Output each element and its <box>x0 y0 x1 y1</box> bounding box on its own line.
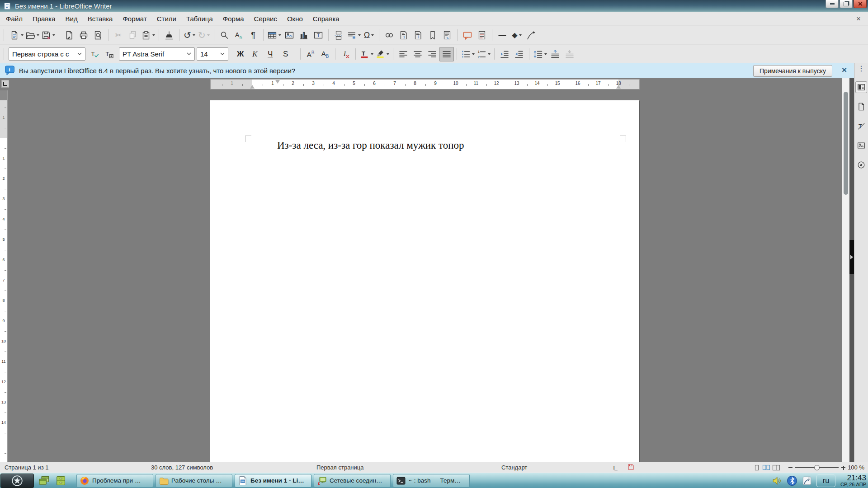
task-folder[interactable]: Рабочие столы … <box>156 474 232 488</box>
font-size-combo[interactable]: 14 <box>197 47 228 61</box>
tablet-settings-icon[interactable] <box>802 475 812 486</box>
freeform-line-button[interactable] <box>524 28 538 42</box>
basic-shapes-button[interactable]: ◆ <box>509 28 524 42</box>
title-bar[interactable]: Без имени 1 - LibreOffice Writer <box>0 0 868 12</box>
release-notes-button[interactable]: Примечания к выпуску <box>753 65 832 77</box>
left-indent-marker[interactable] <box>250 85 255 89</box>
file-manager-launcher[interactable] <box>54 474 67 488</box>
dropdown-arrow[interactable] <box>193 34 195 36</box>
special-character-button[interactable]: Ω <box>362 28 376 42</box>
export-pdf-button[interactable] <box>62 28 76 42</box>
insert-crossref-button[interactable] <box>440 28 454 42</box>
toolbar-grip[interactable] <box>4 48 6 60</box>
dropdown-arrow[interactable] <box>472 53 475 55</box>
desktops-launcher[interactable] <box>37 474 51 488</box>
volume-icon[interactable] <box>772 475 783 486</box>
open-button[interactable] <box>24 28 40 42</box>
font-name-combo[interactable]: PT Astra Serif <box>119 47 195 61</box>
infobar-close-icon[interactable]: × <box>842 65 847 75</box>
close-document-icon[interactable]: × <box>854 14 863 24</box>
insert-image-button[interactable] <box>282 28 297 42</box>
zoom-in-icon[interactable] <box>841 466 845 470</box>
justify-button[interactable] <box>439 47 454 61</box>
sidebar-tab-navigator[interactable] <box>855 159 867 171</box>
right-indent-marker[interactable] <box>616 85 621 89</box>
highlight-color-button[interactable] <box>374 47 390 61</box>
dropdown-arrow[interactable] <box>278 34 281 36</box>
sidebar-tab-page[interactable] <box>855 101 867 113</box>
bullet-list-button[interactable] <box>460 47 476 61</box>
close-button[interactable] <box>854 0 867 8</box>
document-text[interactable]: Из-за леса, из-за гор показал мужик топо… <box>277 139 465 151</box>
menu-view[interactable]: Вид <box>61 13 83 24</box>
insert-comment-button[interactable] <box>460 28 475 42</box>
vertical-scrollbar[interactable] <box>842 78 849 462</box>
menu-edit[interactable]: Правка <box>28 13 61 24</box>
zoom-percentage[interactable]: 100 % <box>848 464 864 471</box>
dropdown-arrow[interactable] <box>358 34 361 36</box>
toolbar-grip[interactable] <box>4 29 6 41</box>
dropdown-arrow[interactable] <box>488 53 491 55</box>
book-view-icon[interactable] <box>772 465 780 473</box>
new-style-button[interactable]: T <box>102 47 116 61</box>
font-color-button[interactable]: T <box>359 47 374 61</box>
sidebar-collapse-handle[interactable] <box>849 240 854 274</box>
task-writer-document[interactable]: Без имени 1 - Li… <box>235 474 311 488</box>
tab-stop-selector[interactable] <box>1 80 9 88</box>
zoom-slider-thumb[interactable] <box>814 465 820 470</box>
align-left-button[interactable] <box>396 47 410 61</box>
document-modified-icon[interactable] <box>627 464 634 472</box>
insert-mode-icon[interactable]: I_ <box>613 464 617 471</box>
clock[interactable]: 21:43 СР, 26 АПР <box>840 474 866 487</box>
dropdown-arrow[interactable] <box>371 34 374 36</box>
save-button[interactable] <box>40 28 56 42</box>
paste-button[interactable] <box>140 28 156 42</box>
menu-file[interactable]: Файл <box>1 13 28 24</box>
undo-button[interactable]: ↺ <box>182 28 197 42</box>
formatting-marks-button[interactable]: ¶ <box>246 28 260 42</box>
numbered-list-button[interactable]: 1 2 <box>476 47 491 61</box>
insert-textbox-button[interactable]: T <box>311 28 326 42</box>
vertical-ruler[interactable]: 11234567891011121314 <box>0 90 8 462</box>
document-page[interactable]: Из-за леса, из-за гор показал мужик топо… <box>210 100 639 462</box>
insert-field-button[interactable] <box>346 28 362 42</box>
dropdown-arrow[interactable] <box>152 34 155 36</box>
menu-help[interactable]: Справка <box>308 13 344 24</box>
clone-formatting-button[interactable] <box>162 28 176 42</box>
sidebar-tab-styles[interactable]: T <box>855 120 867 132</box>
bluetooth-icon[interactable] <box>787 475 797 486</box>
sidebar-settings-icon[interactable]: ⋮ <box>858 64 865 73</box>
strikethrough-button[interactable]: S <box>282 47 297 61</box>
dropdown-arrow[interactable] <box>52 34 55 36</box>
subscript-button[interactable]: AB <box>318 47 332 61</box>
first-line-indent-marker[interactable] <box>275 80 280 84</box>
increase-paragraph-spacing-button[interactable] <box>548 47 562 61</box>
restore-button[interactable] <box>840 0 853 8</box>
decrease-indent-button[interactable] <box>512 47 526 61</box>
scrollbar-thumb[interactable] <box>844 92 848 195</box>
align-right-button[interactable] <box>425 47 439 61</box>
insert-endnote-button[interactable]: i <box>411 28 425 42</box>
update-style-button[interactable]: T <box>87 47 102 61</box>
horizontal-ruler[interactable]: 1123456789101112131415161718 <box>210 79 640 89</box>
new-document-button[interactable] <box>9 28 24 42</box>
insert-table-button[interactable] <box>266 28 282 42</box>
track-changes-button[interactable] <box>475 28 489 42</box>
menu-form[interactable]: Форма <box>218 13 249 24</box>
insert-footnote-button[interactable]: 1 <box>396 28 411 42</box>
menu-window[interactable]: Окно <box>282 13 308 24</box>
dropdown-arrow[interactable] <box>544 53 547 55</box>
superscript-button[interactable]: AB <box>303 47 318 61</box>
increase-indent-button[interactable] <box>497 47 512 61</box>
dropdown-arrow[interactable] <box>387 53 389 55</box>
status-page-number[interactable]: Страница 1 из 1 <box>5 464 48 471</box>
sidebar-tab-properties[interactable] <box>855 81 867 93</box>
task-network-connections[interactable]: Сетевые соедин… <box>314 474 391 488</box>
single-page-view-icon[interactable] <box>753 465 760 473</box>
dropdown-arrow[interactable] <box>519 34 522 36</box>
italic-button[interactable]: К <box>251 47 267 61</box>
menu-tools[interactable]: Сервис <box>249 13 282 24</box>
dropdown-arrow[interactable] <box>21 34 24 36</box>
start-menu-button[interactable] <box>0 474 34 488</box>
menu-format[interactable]: Формат <box>118 13 151 24</box>
